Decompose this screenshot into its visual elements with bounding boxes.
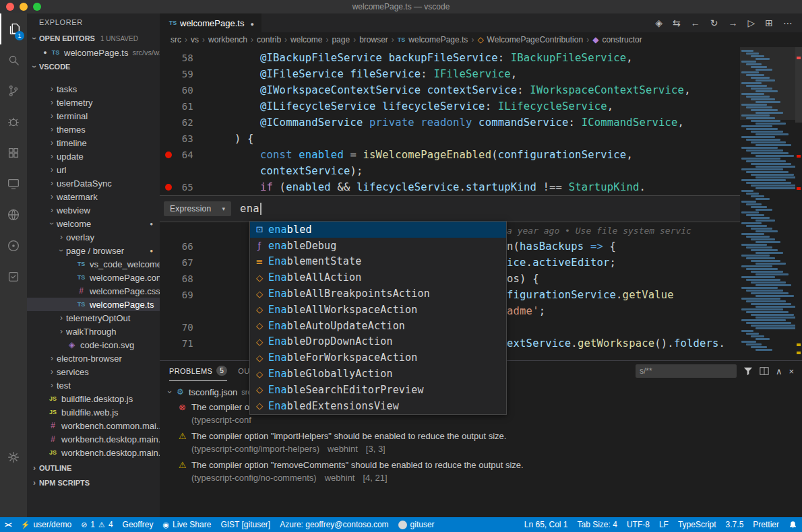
overview-ruler[interactable] [795, 47, 802, 360]
sync-icon[interactable]: ↻ [710, 18, 718, 28]
panel-tab-problems[interactable]: PROBLEMS5 [169, 361, 227, 381]
breadcrumb-item[interactable]: TSwelcomePage.ts [398, 35, 468, 44]
tree-item[interactable]: overlay [27, 230, 160, 244]
status-indentation[interactable]: Tab Size: 4 [573, 517, 622, 532]
editor-gutter[interactable]: 58 [160, 50, 209, 66]
breadcrumb-item[interactable]: contrib [257, 35, 281, 44]
tree-item[interactable]: userDataSync [27, 176, 160, 190]
code-line[interactable]: 63) { [160, 131, 740, 147]
tree-item[interactable]: #workbench.desktop.main... [27, 432, 160, 446]
suggest-item[interactable]: ◇EnableAllBreakpointsAction [250, 286, 506, 302]
editor-gutter[interactable]: 63 [160, 131, 209, 147]
status-user[interactable]: Geoffrey [118, 517, 158, 532]
code-line[interactable]: 58@IBackupFileService backupFileService:… [160, 50, 740, 66]
activity-run-debug-icon[interactable] [0, 106, 27, 137]
editor-gutter[interactable]: 64 [160, 147, 209, 163]
breadcrumb-item[interactable]: src [171, 35, 181, 44]
tree-item[interactable]: themes [27, 123, 160, 136]
suggest-item[interactable]: ≡EnablementState [250, 254, 506, 270]
tree-item[interactable]: welcome● [27, 217, 160, 230]
code-line[interactable]: 65if (enabled && lifecycleService.startu… [160, 179, 740, 195]
tree-item[interactable]: tasks [27, 82, 160, 96]
more-actions-icon[interactable]: ⋯ [783, 18, 793, 28]
tree-item[interactable]: watermark [27, 190, 160, 203]
activity-gitlens-icon[interactable] [0, 261, 27, 292]
filter-icon[interactable] [743, 366, 753, 376]
status-eol[interactable]: LF [654, 517, 673, 532]
navigate-forward-icon[interactable]: → [728, 18, 737, 28]
activity-extensions-icon[interactable] [0, 137, 27, 168]
suggest-item[interactable]: ◇EnableGloballyAction [250, 366, 506, 382]
minimap[interactable] [740, 47, 795, 360]
suggest-item[interactable]: ◇EnableAllAction [250, 269, 506, 286]
editor-gutter[interactable]: 61 [160, 98, 209, 114]
suggest-item[interactable]: ◇EnableSearchEditorPreview [250, 382, 506, 398]
suggest-item[interactable]: ◇EnabledExtensionsView [250, 398, 506, 414]
status-encoding[interactable]: UTF-8 [622, 517, 654, 532]
tree-item[interactable]: url [27, 163, 160, 176]
code-line[interactable]: 62@ICommandService private readonly comm… [160, 114, 740, 131]
code-line[interactable]: contextService); [160, 163, 740, 179]
status-live-share[interactable]: ◉Live Share [158, 517, 216, 532]
tree-item[interactable]: test [27, 378, 160, 392]
suggest-item[interactable]: ⊡enabled [250, 222, 506, 238]
dirty-indicator-icon[interactable] [244, 18, 253, 28]
problem-row[interactable]: ⚠The compiler option "removeComments" sh… [160, 457, 802, 486]
activity-search-icon[interactable] [0, 44, 27, 75]
tree-item[interactable]: telemetry [27, 96, 160, 109]
tree-item[interactable]: services [27, 365, 160, 378]
breadcrumb-item[interactable]: welcome [290, 35, 322, 44]
breadcrumb-item[interactable]: ◇WelcomePageContribution [477, 35, 583, 44]
tree-item[interactable]: TSvs_code_welcome_pa... [27, 257, 160, 271]
tree-item[interactable]: webview [27, 203, 160, 217]
tree-item[interactable]: electron-browser [27, 352, 160, 365]
outline-header[interactable]: OUTLINE [27, 461, 160, 475]
tree-item[interactable]: #welcomePage.css2 [27, 284, 160, 298]
maximize-panel-icon[interactable]: ∧ [776, 366, 782, 376]
status-notifications-bell[interactable] [784, 517, 802, 532]
folder-section-header[interactable]: VSCODE [27, 59, 160, 74]
zoom-window-button[interactable] [33, 3, 41, 11]
editor-gutter[interactable]: 69 [160, 287, 209, 303]
suggest-item[interactable]: ◇EnableAllWorkspaceAction [250, 302, 506, 318]
editor-gutter[interactable]: 68 [160, 271, 209, 287]
code-line[interactable]: 59@IFileService fileService: IFileServic… [160, 66, 740, 82]
problem-row[interactable]: ⚠The compiler option "importHelpers" sho… [160, 428, 802, 457]
compare-with-saved-icon[interactable]: ⇆ [673, 18, 681, 28]
status-problems-summary[interactable]: ⊘1⚠4 [76, 517, 117, 532]
condition-expression-input[interactable]: ena [240, 196, 740, 222]
code-line[interactable]: 60@IWorkspaceContextService contextServi… [160, 82, 740, 98]
breadcrumb-item[interactable]: workbench [208, 35, 247, 44]
tree-item[interactable]: JSworkbench.desktop.main... [27, 446, 160, 459]
problems-filter-input[interactable]: s/** [636, 364, 737, 378]
tree-item[interactable]: JSbuildfile.desktop.js [27, 392, 160, 405]
breakpoint-icon[interactable] [165, 184, 172, 191]
open-editors-header[interactable]: OPEN EDITORS 1 UNSAVED [27, 31, 160, 46]
editor-gutter[interactable] [160, 222, 209, 238]
tree-item[interactable]: #workbench.common.mai... [27, 419, 160, 432]
tree-item[interactable]: ◈code-icon.svg [27, 338, 160, 352]
status-session[interactable]: ⚡user/demo [16, 517, 76, 532]
editor-gutter[interactable]: 67 [160, 255, 209, 271]
tree-item[interactable]: telemetryOptOut [27, 311, 160, 325]
breadcrumb-item[interactable]: vs [191, 35, 199, 44]
code-line[interactable]: 64const enabled = isWelcomePageEnabled(c… [160, 147, 740, 163]
navigate-back-icon[interactable]: ← [691, 18, 700, 28]
editor-gutter[interactable]: 65 [160, 179, 209, 195]
expression-type-dropdown[interactable]: Expression▾ [164, 201, 231, 216]
run-icon[interactable]: ▷ [747, 18, 755, 28]
minimize-window-button[interactable] [20, 3, 28, 11]
npm-scripts-header[interactable]: NPM SCRIPTS [27, 475, 160, 490]
code-line[interactable]: 61@ILifecycleService lifecycleService: I… [160, 98, 740, 114]
editor-gutter[interactable]: 71 [160, 335, 209, 352]
editor-gutter[interactable]: 59 [160, 66, 209, 82]
status-formatter[interactable]: Prettier [748, 517, 784, 532]
tree-item[interactable]: JSbuildfile.web.js [27, 405, 160, 419]
suggest-item[interactable]: ƒenableDebug [250, 238, 506, 254]
status-cursor-position[interactable]: Ln 65, Col 1 [520, 517, 573, 532]
editor-gutter[interactable]: 70 [160, 319, 209, 335]
tree-item[interactable]: TSwelcomePage.ts [27, 298, 160, 311]
status-azure-account[interactable]: Azure: geoffrey@contoso.com [275, 517, 393, 532]
split-editor-icon[interactable]: ⊞ [765, 18, 773, 28]
status-language-mode[interactable]: TypeScript [673, 517, 721, 532]
